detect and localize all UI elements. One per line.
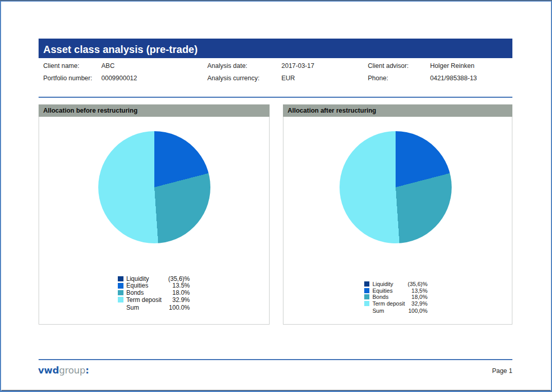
logo-group: group [59, 365, 85, 376]
term-deposit-swatch [364, 301, 369, 306]
equities-label: Equities [127, 282, 172, 289]
pie-chart-before [98, 131, 210, 243]
legend-after: Liquidity (35,6)% Equities 13,5% Bonds 1… [364, 281, 428, 314]
sum-swatch-spacer [118, 305, 123, 310]
bonds-swatch [118, 290, 123, 296]
phone-value: 0421/985388-13 [430, 75, 477, 82]
liquidity-swatch [118, 276, 123, 282]
term-deposit-swatch [118, 297, 123, 302]
legend-row-term-deposit: Term deposit 32,9% [364, 300, 428, 307]
panel-after-title: Allocation after restructuring [288, 104, 376, 117]
sum-label: Sum [372, 308, 408, 314]
term-deposit-value: 32,9% [412, 300, 428, 307]
panel-before-title: Allocation before restructuring [43, 104, 137, 117]
frame-top-edge [0, 0, 552, 1]
panel-before-title-bar: Allocation before restructuring [39, 104, 270, 117]
report-title-band: Asset class analysis (pre-trade) [39, 39, 512, 58]
legend-row-liquidity: Liquidity (35,6)% [364, 281, 428, 288]
report-title: Asset class analysis (pre-trade) [43, 40, 198, 59]
legend-before: Liquidity (35,6)% Equities 13.5% Bonds 1… [118, 275, 190, 311]
client-name-value: ABC [101, 62, 115, 69]
logo-colon: : [85, 365, 89, 376]
phone-label: Phone: [368, 75, 388, 82]
client-name-label: Client name: [43, 62, 79, 69]
sum-swatch-spacer [364, 308, 369, 313]
legend-row-equities: Equities 13,5% [364, 288, 428, 294]
panel-after-title-bar: Allocation after restructuring [283, 104, 512, 117]
liquidity-value: (35,6)% [168, 275, 190, 282]
client-advisor-label: Client advisor: [368, 62, 408, 69]
legend-row-sum: Sum 100.0% [118, 304, 190, 311]
legend-row-bonds: Bonds 18.0% [118, 289, 190, 296]
logo-vwd: vwd [38, 365, 59, 376]
term-deposit-value: 32.9% [172, 296, 190, 304]
panel-allocation-after: Allocation after restructuring Liquidity… [283, 104, 512, 325]
liquidity-swatch [364, 281, 369, 287]
vwd-group-logo: vwdgroup: [38, 365, 89, 376]
sum-value: 100.0% [169, 304, 190, 311]
page-number: Page 1 [492, 367, 512, 375]
frame-bottom-edge [2, 390, 550, 390]
portfolio-number-value: 0009900012 [101, 75, 137, 82]
term-deposit-label: Term deposit [372, 300, 412, 307]
analysis-date-label: Analysis date: [207, 62, 247, 69]
legend-row-term-deposit: Term deposit 32.9% [118, 296, 190, 304]
equities-swatch [364, 288, 369, 293]
bonds-value: 18.0% [172, 289, 190, 296]
header-divider-rule [39, 97, 512, 98]
analysis-currency-value: EUR [281, 75, 295, 82]
sum-label: Sum [127, 304, 169, 311]
legend-row-bonds: Bonds 18,0% [364, 294, 428, 300]
panel-allocation-before: Allocation before restructuring Liquidit… [39, 104, 270, 325]
legend-row-liquidity: Liquidity (35,6)% [118, 275, 190, 282]
bonds-value: 18,0% [412, 294, 428, 300]
equities-label: Equities [372, 288, 412, 294]
analysis-currency-label: Analysis currency: [207, 75, 259, 82]
liquidity-label: Liquidity [372, 281, 407, 287]
analysis-date-value: 2017-03-17 [281, 62, 314, 69]
term-deposit-label: Term deposit [127, 296, 172, 304]
bonds-label: Bonds [372, 294, 412, 300]
bonds-label: Bonds [127, 289, 172, 296]
pie-chart-after [340, 131, 452, 243]
bonds-swatch [364, 294, 369, 299]
equities-value: 13.5% [172, 282, 190, 289]
client-advisor-value: Holger Reinken [430, 62, 474, 69]
portfolio-number-label: Portfolio number: [43, 75, 92, 82]
liquidity-value: (35,6)% [407, 281, 428, 287]
sum-value: 100,0% [408, 308, 428, 314]
equities-swatch [118, 283, 123, 289]
legend-row-equities: Equities 13.5% [118, 282, 190, 290]
equities-value: 13,5% [412, 288, 428, 294]
legend-row-sum: Sum 100,0% [364, 308, 428, 314]
footer-divider-rule [39, 359, 512, 360]
liquidity-label: Liquidity [127, 275, 168, 282]
